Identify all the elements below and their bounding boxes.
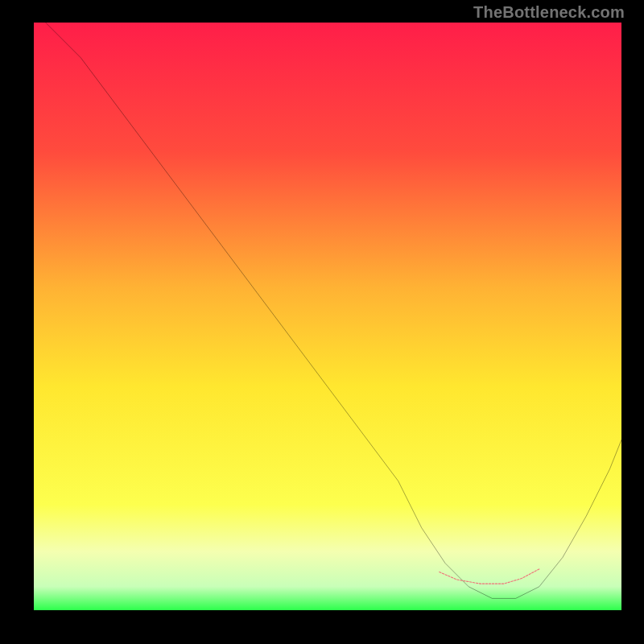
chart-background [34,23,621,610]
plot-area [34,23,621,610]
watermark-text: TheBottleneck.com [473,3,625,22]
chart-svg [34,23,621,610]
chart-frame: TheBottleneck.com [0,0,644,644]
